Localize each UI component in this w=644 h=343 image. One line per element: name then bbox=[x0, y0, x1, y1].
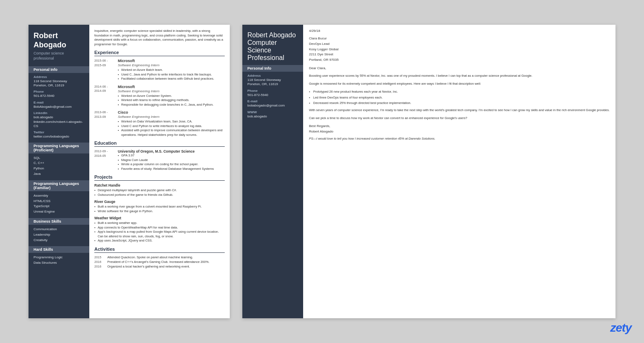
skill-leadership: Leadership bbox=[34, 232, 84, 238]
cover-www-label: WWW bbox=[247, 110, 298, 114]
exp-bullet-3-1: Worked on Data Virtualization team, San … bbox=[118, 120, 225, 124]
address-value: 118 Second StonewayPoneton, OR, 11619 bbox=[34, 79, 84, 88]
proj-bullet-3-3: App's background is a map pulled from Go… bbox=[94, 230, 225, 239]
exp-bullet-2-2: Worked with teams to refine debugging me… bbox=[118, 98, 225, 103]
cover-phone-label: Phone bbox=[247, 89, 298, 93]
activity-row-3: 2016 Organized a local hacker's gatherin… bbox=[94, 265, 225, 268]
exp-company-2: Microsoft bbox=[118, 85, 225, 89]
business-skills-heading: Business Skills bbox=[29, 218, 89, 225]
project-name-2: River Gauge bbox=[94, 200, 225, 204]
personal-info-heading: Personal Info bbox=[29, 66, 89, 73]
exp-entry-1: 2015-06 -2015-09 Microsoft Software Engi… bbox=[94, 59, 225, 81]
cover-email-label: E-mail bbox=[247, 99, 298, 103]
resume-summary: Inquisitive, energetic computer science … bbox=[94, 29, 225, 47]
exp-content-1: Microsoft Software Engineering Intern Wo… bbox=[118, 59, 225, 81]
twitter-label: Twitter bbox=[34, 130, 84, 134]
recipient-address1: 2211 Dye Street bbox=[309, 52, 333, 56]
linkedin-label: LinkedIn bbox=[34, 111, 84, 115]
cover-sidebar: Robert Abogado Computer Science Professi… bbox=[242, 25, 303, 318]
cover-title: Computer Science Professional bbox=[247, 39, 298, 62]
exp-content-3: Cisco Software Engineering Intern Worked… bbox=[118, 110, 225, 137]
exp-bullet-1-2: Used C, Java and Python to write interfa… bbox=[118, 73, 225, 77]
cover-personal-info-heading: Personal Info bbox=[242, 65, 303, 72]
recipient-title: DevOps Lead bbox=[309, 42, 330, 46]
cover-phone-value: 501-872-5940 bbox=[247, 93, 298, 97]
cover-para-3: With seven years of computer science exp… bbox=[309, 108, 610, 112]
recipient-address2: Portland, OR 97035 bbox=[309, 58, 339, 62]
email-label: E-mail bbox=[34, 101, 84, 104]
exp-date-1: 2015-06 -2015-09 bbox=[94, 59, 116, 68]
phone-label: Phone bbox=[34, 90, 84, 94]
skill-sql: SQL bbox=[34, 156, 84, 161]
project-name-3: Weather Widget bbox=[94, 216, 225, 220]
cover-name: Robert Abogado bbox=[247, 31, 298, 39]
skill-c: C, C++ bbox=[34, 161, 84, 166]
proj-bullet-1-1: Designed multiplayer labyrinth and puzzl… bbox=[94, 188, 225, 193]
projects-heading: Projects bbox=[94, 174, 225, 181]
cover-www-value: bob.abogado bbox=[247, 114, 298, 119]
cover-closing: Best Regards, bbox=[309, 124, 610, 128]
linkedin-value: bob.abogado bbox=[34, 115, 84, 120]
exp-role-1: Software Engineering Intern bbox=[118, 63, 225, 67]
resume-name: Robert Abogado bbox=[34, 31, 84, 49]
exp-bullet-3-2: Used C and Python to write interfaces to… bbox=[118, 124, 225, 129]
cover-date: 4/29/18 bbox=[309, 29, 610, 33]
cover-para-4: Can we pick a time to discuss how my wor… bbox=[309, 116, 610, 120]
cover-ps: PS—I would love to tell you how I increa… bbox=[309, 137, 610, 140]
skill-java: Java bbox=[34, 172, 84, 177]
edu-bullet-1-1: GPA 3.97 bbox=[118, 153, 225, 158]
experience-heading: Experience bbox=[94, 50, 225, 56]
exp-role-3: Software Engineering Intern bbox=[118, 115, 225, 119]
activity-text-1: Attended Quackcon. Spoke on panel about … bbox=[107, 255, 225, 259]
exp-role-2: Software Engineering Intern bbox=[118, 89, 225, 93]
resume-sidebar: Robert Abogado Computer science professi… bbox=[29, 25, 89, 318]
exp-entry-3: 2013-06 -2013-09 Cisco Software Engineer… bbox=[94, 110, 225, 137]
proj-bullet-2-2: Wrote software for the gauge in Python. bbox=[94, 209, 225, 214]
exp-date-2: 2014-06 -2014-09 bbox=[94, 85, 116, 94]
exp-bullet-2-1: Worked on Azure Container System. bbox=[118, 94, 225, 99]
phone-value: 501-872-5940 bbox=[34, 94, 84, 98]
prof-lang-heading: Programming Languages (Proficient) bbox=[29, 143, 89, 153]
activity-year-2: 2016 bbox=[94, 260, 105, 264]
cover-sign-name: Robert Abogado bbox=[309, 130, 610, 133]
edu-bullet-1-4: Favorite area of study: Relational Datab… bbox=[118, 167, 225, 172]
edu-entry-1: 2012-09 -2016-05 University of Oregon, M… bbox=[94, 149, 225, 171]
activities-heading: Activities bbox=[94, 247, 225, 253]
skill-typescript: TypeScript bbox=[34, 204, 84, 209]
hard-skills-heading: Hard Skills bbox=[29, 246, 89, 253]
skill-assembly: Assembly bbox=[34, 193, 84, 199]
skill-data-struct: Data Structures bbox=[34, 260, 84, 266]
exp-bullet-3-3: Assisted with project to improve communi… bbox=[118, 128, 225, 137]
cover-bullet-1: Prototyped 26 new product features each … bbox=[309, 89, 610, 94]
fam-lang-heading: Programming Languages (Familiar) bbox=[29, 180, 89, 191]
cover-recipient: Clara Bucur DevOps Lead Kosy Logger Glob… bbox=[309, 36, 610, 63]
activity-row-2: 2016 President of C++'s Arcangel's Gamin… bbox=[94, 260, 225, 264]
linkedin-full: linkedin.com/in/robert-t-abogado-CS bbox=[34, 120, 84, 129]
cover-email-value: bobabogado@gmail.com bbox=[247, 104, 298, 108]
cover-main: 4/29/18 Clara Bucur DevOps Lead Kosy Log… bbox=[303, 25, 615, 318]
exp-company-1: Microsoft bbox=[118, 59, 225, 63]
skill-creativity: Creativity bbox=[34, 238, 84, 243]
skill-communication: Communication bbox=[34, 227, 84, 232]
proj-bullet-3-4: App uses JavaScript, JQuery and CSS. bbox=[94, 239, 225, 243]
activity-year-3: 2016 bbox=[94, 265, 105, 268]
skill-python: Python bbox=[34, 166, 84, 172]
zety-logo: zety bbox=[610, 321, 631, 335]
cover-address-value: 118 Second StonewayPoneton, OR, 11619 bbox=[247, 78, 298, 87]
cover-para-2: Google is renowned for its extremely com… bbox=[309, 81, 610, 86]
edu-school-1: University of Oregon, M.S. Computer Scie… bbox=[118, 149, 225, 153]
edu-date-1: 2012-09 -2016-05 bbox=[94, 149, 116, 158]
exp-entry-2: 2014-06 -2014-09 Microsoft Software Engi… bbox=[94, 85, 225, 107]
cover-letter-document: Robert Abogado Computer Science Professi… bbox=[242, 25, 615, 318]
activity-text-3: Organized a local hacker's gathering and… bbox=[107, 265, 225, 268]
resume-main: Inquisitive, energetic computer science … bbox=[89, 25, 230, 318]
activity-row-1: 2015 Attended Quackcon. Spoke on panel a… bbox=[94, 255, 225, 259]
education-heading: Education bbox=[94, 140, 225, 147]
resume-document: Robert Abogado Computer science professi… bbox=[29, 25, 230, 318]
edu-content-1: University of Oregon, M.S. Computer Scie… bbox=[118, 149, 225, 171]
project-name-1: Ratchet Handle bbox=[94, 183, 225, 187]
cover-address-label: Address bbox=[247, 74, 298, 78]
exp-date-3: 2013-06 -2013-09 bbox=[94, 110, 116, 119]
cover-para-1: Boosting user experience scores by 55% a… bbox=[309, 73, 610, 78]
exp-bullet-2-3: Responsible for debugging code branches … bbox=[118, 103, 225, 107]
